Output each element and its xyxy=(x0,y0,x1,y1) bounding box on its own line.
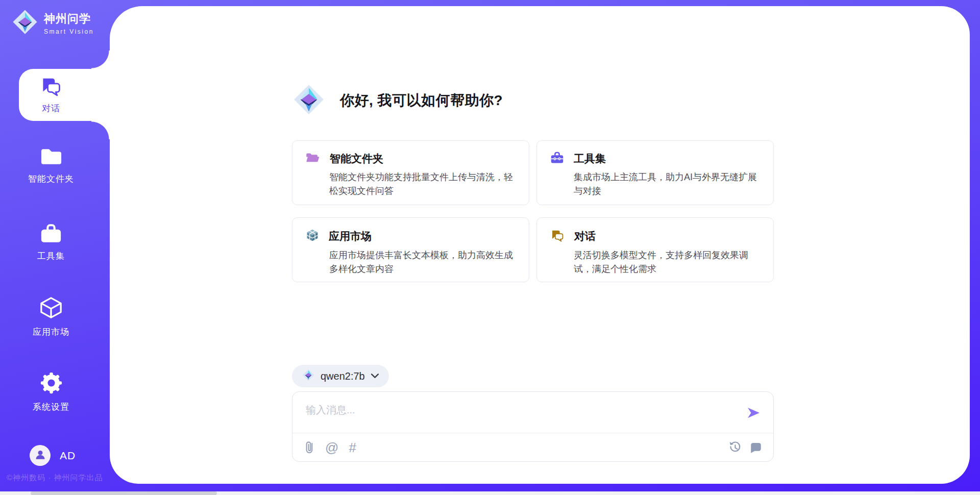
chevron-down-icon xyxy=(371,372,379,381)
sidebar-item-toolset[interactable]: 工具集 xyxy=(0,224,102,262)
card-title: 应用市场 xyxy=(329,229,372,243)
card-description: 应用市场提供丰富长文本模板，助力高效生成多样化文章内容 xyxy=(329,249,516,276)
folder-open-icon xyxy=(306,152,320,166)
hash-icon[interactable]: # xyxy=(349,441,356,454)
sidebar-item-app-market[interactable]: 应用市场 xyxy=(0,296,102,338)
user-account[interactable]: AD xyxy=(30,445,76,466)
tab-fillet-bottom xyxy=(91,121,110,139)
card-title: 工具集 xyxy=(574,152,606,166)
card-description: 灵活切换多模型文件，支持多样回复效果调试，满足个性化需求 xyxy=(574,249,760,276)
user-name: AD xyxy=(60,450,76,462)
folder-icon xyxy=(40,147,63,168)
message-input[interactable] xyxy=(292,392,773,429)
hero: 你好, 我可以如何帮助你? xyxy=(292,83,503,118)
brand: 神州问学 Smart Vision xyxy=(11,8,94,38)
card-smart-folder[interactable]: 智能文件夹 智能文件夹功能支持批量文件上传与清洗，轻松实现文件问答 xyxy=(292,140,529,205)
card-description: 集成市场上主流工具，助力AI与外界无缝扩展与对接 xyxy=(574,170,760,198)
tab-fillet-top xyxy=(91,51,110,69)
model-selector[interactable]: qwen2:7b xyxy=(292,365,389,387)
brand-gem-icon xyxy=(11,8,39,38)
card-app-market[interactable]: 应用市场 应用市场提供丰富长文本模板，助力高效生成多样化文章内容 xyxy=(292,217,529,282)
sidebar-item-smart-folder[interactable]: 智能文件夹 xyxy=(0,147,102,185)
model-gem-icon xyxy=(302,368,315,384)
pixel-cube-icon xyxy=(306,229,319,244)
composer-toolbar: @ # xyxy=(292,433,773,461)
copyright-text: ©神州数码 · 神州问学出品 xyxy=(7,473,103,483)
model-name: qwen2:7b xyxy=(321,370,365,382)
card-description: 智能文件夹功能支持批量文件上传与清洗，轻松实现文件问答 xyxy=(329,170,516,198)
avatar xyxy=(30,445,51,466)
main-panel: 你好, 我可以如何帮助你? 智能文件夹 智能文件夹功能支持批量文件上传与清洗，轻… xyxy=(110,6,970,484)
send-icon[interactable] xyxy=(746,405,761,420)
sidebar-item-settings[interactable]: 系统设置 xyxy=(0,372,102,413)
toolbox-icon xyxy=(40,224,62,245)
greeting-title: 你好, 我可以如何帮助你? xyxy=(340,91,503,110)
gear-icon xyxy=(40,372,63,397)
sidebar-item-label: 智能文件夹 xyxy=(28,173,74,185)
sidebar-item-label: 对话 xyxy=(42,103,60,114)
horizontal-scrollbar[interactable] xyxy=(0,491,980,495)
paperclip-icon[interactable] xyxy=(304,440,315,455)
card-title: 对话 xyxy=(574,229,596,243)
card-chat[interactable]: 对话 灵活切换多模型文件，支持多样回复效果调试，满足个性化需求 xyxy=(536,217,774,282)
card-toolset[interactable]: 工具集 集成市场上主流工具，助力AI与外界无缝扩展与对接 xyxy=(536,140,774,205)
history-icon[interactable] xyxy=(728,441,742,454)
sidebar-item-label: 应用市场 xyxy=(33,326,69,338)
sidebar-item-chat[interactable]: 对话 xyxy=(19,69,111,121)
sidebar: 神州问学 Smart Vision 对话 智能文件夹 工具集 xyxy=(0,0,110,495)
card-title: 智能文件夹 xyxy=(330,152,383,166)
hero-gem-icon xyxy=(292,83,326,118)
chat-icon xyxy=(40,76,62,98)
cube-icon xyxy=(39,296,63,321)
person-icon xyxy=(34,448,47,463)
chat-icon xyxy=(550,229,565,244)
brand-name: 神州问学 xyxy=(44,11,94,27)
sidebar-item-label: 系统设置 xyxy=(33,401,69,413)
scrollbar-thumb[interactable] xyxy=(31,491,217,495)
at-icon[interactable]: @ xyxy=(325,441,338,454)
feature-cards: 智能文件夹 智能文件夹功能支持批量文件上传与清洗，轻松实现文件问答 工具集 集成… xyxy=(292,140,774,282)
toolbox-icon xyxy=(550,152,564,166)
chat-bubble-icon[interactable] xyxy=(750,441,762,453)
message-composer: @ # xyxy=(292,391,774,462)
brand-subtitle: Smart Vision xyxy=(44,28,94,35)
sidebar-item-label: 工具集 xyxy=(37,250,65,262)
